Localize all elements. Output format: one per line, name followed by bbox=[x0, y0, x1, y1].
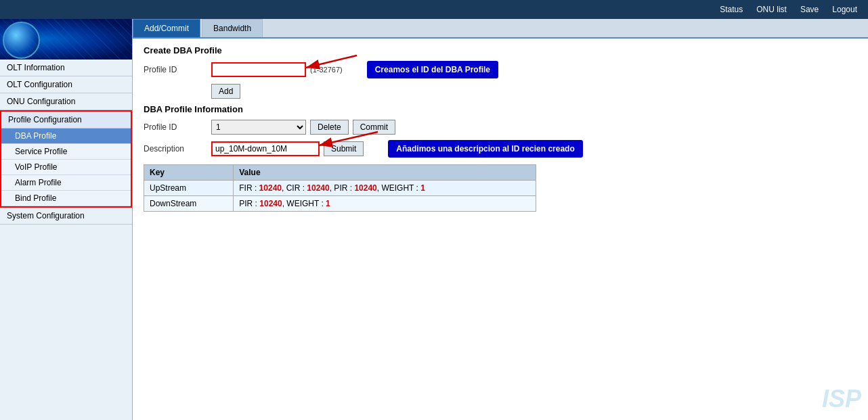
col-value: Value bbox=[234, 165, 536, 181]
sidebar-item-dba-profile[interactable]: DBA Profile bbox=[1, 129, 131, 144]
dba-profile-table: Key Value UpStream FIR : 10240, CIR : 10… bbox=[144, 164, 536, 212]
system-configuration-link[interactable]: System Configuration bbox=[0, 208, 132, 224]
downstream-pir-val: 10240 bbox=[259, 199, 282, 208]
profile-configuration-link[interactable]: Profile Configuration bbox=[8, 115, 82, 124]
create-profile-id-group: (1-32767) Creamos e bbox=[211, 61, 498, 78]
voip-profile-link[interactable]: VoIP Profile bbox=[15, 162, 117, 172]
sidebar-banner-inner bbox=[0, 19, 133, 60]
profile-configuration-section: Profile Configuration DBA Profile Servic… bbox=[0, 110, 132, 208]
olt-configuration-link[interactable]: OLT Configuration bbox=[0, 76, 132, 93]
sidebar-bottom-menu: System Configuration bbox=[0, 208, 132, 225]
onu-configuration-link[interactable]: ONU Configuration bbox=[0, 93, 132, 110]
callout-1: Creamos el ID del DBA Profile bbox=[367, 61, 498, 78]
sidebar-item-alarm-profile[interactable]: Alarm Profile bbox=[1, 175, 131, 191]
profile-configuration-items: DBA Profile Service Profile VoIP Profile… bbox=[1, 129, 131, 206]
main-wrapper: Add/Commit Bandwidth Create DBA Profile … bbox=[133, 19, 868, 420]
service-profile-link[interactable]: Service Profile bbox=[15, 147, 117, 156]
tab-bandwidth[interactable]: Bandwidth bbox=[202, 19, 263, 37]
arrow-2-svg bbox=[307, 125, 381, 159]
dba-profile-link[interactable]: DBA Profile bbox=[15, 131, 117, 141]
upstream-cir-label: , CIR : bbox=[282, 183, 307, 193]
upstream-pir-label: , PIR : bbox=[330, 183, 355, 193]
upstream-fir-val: 10240 bbox=[259, 183, 282, 193]
downstream-weight-val: 1 bbox=[326, 199, 330, 208]
profile-id-select[interactable]: 1 bbox=[211, 120, 306, 135]
sidebar-item-service-profile[interactable]: Service Profile bbox=[1, 144, 131, 160]
add-button-row: Add bbox=[144, 84, 857, 99]
tab-bar: Add/Commit Bandwidth bbox=[133, 19, 868, 39]
table-header-row: Key Value bbox=[144, 165, 536, 181]
dba-profile-info-title: DBA Profile Information bbox=[144, 104, 857, 114]
add-button[interactable]: Add bbox=[211, 84, 240, 99]
sidebar-banner bbox=[0, 19, 133, 60]
banner-lines bbox=[0, 19, 133, 60]
svg-line-3 bbox=[319, 132, 378, 145]
sidebar-item-bind-profile[interactable]: Bind Profile bbox=[1, 191, 131, 206]
create-profile-id-label: Profile ID bbox=[144, 65, 211, 74]
upstream-value: FIR : 10240, CIR : 10240, PIR : 10240, W… bbox=[234, 181, 536, 196]
status-link[interactable]: Status bbox=[720, 5, 743, 14]
info-profile-id-row: Profile ID 1 Delete Commit bbox=[144, 120, 857, 135]
main-layout: OLT Information OLT Configuration ONU Co… bbox=[0, 19, 868, 420]
top-navigation: Status ONU list Save Logout bbox=[0, 0, 868, 19]
arrow-1-svg bbox=[292, 49, 360, 76]
info-profile-id-label: Profile ID bbox=[144, 122, 211, 132]
annotation-1: Creamos el ID del DBA Profile bbox=[353, 61, 498, 78]
olt-information-link[interactable]: OLT Information bbox=[0, 60, 132, 76]
callout-2: Añadimos una descripcion al ID recien cr… bbox=[388, 140, 582, 158]
profile-configuration-header[interactable]: Profile Configuration bbox=[1, 112, 131, 129]
alarm-profile-link[interactable]: Alarm Profile bbox=[15, 178, 117, 187]
sidebar-menu: OLT Information OLT Configuration ONU Co… bbox=[0, 60, 132, 110]
sidebar-item-onu-configuration[interactable]: ONU Configuration bbox=[0, 93, 132, 110]
main-content: Add/Commit Bandwidth Create DBA Profile … bbox=[133, 19, 868, 218]
downstream-weight-label: , WEIGHT : bbox=[282, 199, 326, 208]
table-row: UpStream FIR : 10240, CIR : 10240, PIR :… bbox=[144, 181, 536, 196]
sidebar-item-olt-information[interactable]: OLT Information bbox=[0, 60, 132, 76]
upstream-key: UpStream bbox=[144, 181, 234, 196]
downstream-value: PIR : 10240, WEIGHT : 1 bbox=[234, 196, 536, 212]
table-row: DownStream PIR : 10240, WEIGHT : 1 bbox=[144, 196, 536, 212]
create-profile-id-row: Profile ID (1-32767) bbox=[144, 61, 857, 78]
upstream-cir-val: 10240 bbox=[307, 183, 329, 193]
sidebar-item-system-configuration[interactable]: System Configuration bbox=[0, 208, 132, 225]
description-input[interactable] bbox=[211, 141, 320, 156]
upstream-weight-val: 1 bbox=[420, 183, 425, 193]
annotation-2: Añadimos una descripcion al ID recien cr… bbox=[374, 140, 582, 158]
description-label: Description bbox=[144, 144, 211, 154]
isp-watermark: ISP bbox=[822, 385, 861, 413]
sidebar: OLT Information OLT Configuration ONU Co… bbox=[0, 19, 133, 420]
onu-list-link[interactable]: ONU list bbox=[756, 5, 787, 14]
downstream-key: DownStream bbox=[144, 196, 234, 212]
content-area: Create DBA Profile Profile ID (1-32767) bbox=[133, 39, 868, 218]
sidebar-item-voip-profile[interactable]: VoIP Profile bbox=[1, 160, 131, 175]
tab-add-commit[interactable]: Add/Commit bbox=[133, 19, 200, 37]
svg-line-1 bbox=[306, 55, 357, 68]
sidebar-item-olt-configuration[interactable]: OLT Configuration bbox=[0, 76, 132, 93]
bind-profile-link[interactable]: Bind Profile bbox=[15, 193, 117, 203]
upstream-fir-label: FIR : bbox=[239, 183, 259, 193]
logout-link[interactable]: Logout bbox=[832, 5, 857, 14]
description-group: Submit Añadimos una bbox=[211, 140, 583, 158]
upstream-pir-val: 10240 bbox=[354, 183, 376, 193]
col-key: Key bbox=[144, 165, 234, 181]
downstream-pir-label: PIR : bbox=[239, 199, 259, 208]
description-row: Description Submit bbox=[144, 140, 857, 158]
save-link[interactable]: Save bbox=[800, 5, 819, 14]
create-dba-profile-title: Create DBA Profile bbox=[144, 45, 857, 55]
upstream-weight-label: , WEIGHT : bbox=[377, 183, 420, 193]
